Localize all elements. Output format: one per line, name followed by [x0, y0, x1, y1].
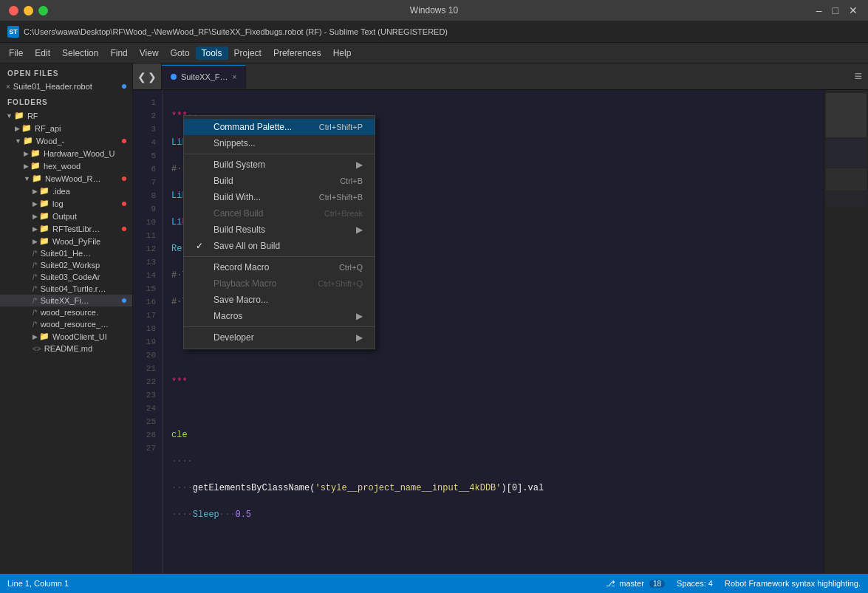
nav-forward[interactable]: ❯ — [148, 71, 157, 83]
git-icon: ⎇ — [606, 579, 615, 588]
nav-back[interactable]: ❮ — [137, 71, 146, 83]
menu-selection[interactable]: Selection — [56, 47, 104, 60]
win-close-icon[interactable]: ✕ — [846, 4, 861, 16]
menu-find[interactable]: Find — [104, 47, 133, 60]
folder-dot3 — [122, 202, 126, 206]
file-woodres1[interactable]: /* wood_resource. — [0, 306, 132, 318]
file-suite03[interactable]: /* Suite03_CodeAr — [0, 271, 132, 283]
file-dot — [122, 84, 126, 89]
file-readme[interactable]: <> README.md — [0, 343, 132, 354]
submenu-arrow-build-results: ▶ — [356, 224, 363, 235]
file-suite04[interactable]: /* Suite04_Turtle.r… — [0, 283, 132, 295]
menu-item-build-results[interactable]: Build Results ▶ — [184, 222, 375, 238]
macros-label: Macros — [213, 311, 242, 321]
path-bar: ST C:\Users\wawa\Desktop\RF\Wood_-\NewWo… — [0, 21, 868, 43]
menu-item-playback-macro[interactable]: Playback Macro Ctrl+Shift+Q — [184, 275, 375, 292]
main-layout: OPEN FILES × Suite01_Header.robot FOLDER… — [0, 64, 868, 574]
folder-output[interactable]: ▶ 📁 Output — [0, 210, 132, 222]
folder-log[interactable]: ▶ 📁 log — [0, 197, 132, 210]
window-title: Windows 10 — [410, 5, 458, 16]
menu-file[interactable]: File — [3, 47, 29, 60]
tab-modified-dot — [171, 74, 177, 80]
folder-woodpy[interactable]: ▶ 📁 Wood_PyFile — [0, 235, 132, 247]
menu-edit[interactable]: Edit — [29, 47, 56, 60]
menu-item-build-with[interactable]: Build With... Ctrl+Shift+B — [184, 189, 375, 205]
menu-item-record-macro[interactable]: Record Macro Ctrl+Q — [184, 259, 375, 275]
menu-tools[interactable]: Tools — [196, 47, 228, 60]
menu-item-macros[interactable]: Macros ▶ — [184, 308, 375, 324]
menu-item-command-palette[interactable]: Command Palette... Ctrl+Shift+P — [184, 119, 375, 135]
tab-suitexx[interactable]: SuiteXX_F… × — [162, 65, 246, 89]
file-dot-active — [122, 298, 126, 303]
playback-macro-label: Playback Macro — [213, 278, 276, 289]
file-suitexx[interactable]: /* SuiteXX_Fi… — [0, 295, 132, 306]
menu-bar: File Edit Selection Find View Goto Tools… — [0, 43, 868, 64]
build-system-label: Build System — [213, 160, 265, 170]
save-macro-label: Save Macro... — [213, 295, 268, 305]
minimize-button[interactable] — [24, 6, 33, 16]
command-palette-shortcut: Ctrl+Shift+P — [319, 123, 363, 131]
file-woodres2[interactable]: /* wood_resource_… — [0, 318, 132, 330]
win-restore-icon[interactable]: □ — [830, 4, 841, 16]
record-macro-shortcut: Ctrl+Q — [339, 263, 363, 272]
sidebar: OPEN FILES × Suite01_Header.robot FOLDER… — [0, 64, 133, 574]
status-syntax: Robot Framework syntax highlighting. — [725, 579, 861, 589]
open-files-section: OPEN FILES — [0, 64, 132, 80]
window-controls — [9, 6, 48, 16]
menu-project[interactable]: Project — [228, 47, 267, 60]
separator3 — [184, 326, 375, 327]
cancel-build-shortcut: Ctrl+Break — [324, 209, 363, 218]
title-bar: Windows 10 – □ ✕ — [0, 0, 868, 21]
menu-preferences[interactable]: Preferences — [267, 47, 327, 60]
cancel-build-label: Cancel Build — [213, 208, 263, 219]
maximize-button[interactable] — [38, 6, 48, 16]
menu-item-developer[interactable]: Developer ▶ — [184, 329, 375, 346]
menu-item-save-all-on-build[interactable]: ✓ Save All on Build — [184, 238, 375, 254]
tools-dropdown: Command Palette... Ctrl+Shift+P Snippets… — [183, 115, 375, 349]
folder-newwood[interactable]: ▼ 📁 NewWood_R… — [0, 172, 132, 185]
win-minimize-icon[interactable]: – — [813, 4, 825, 16]
submenu-arrow-developer: ▶ — [356, 332, 363, 343]
build-with-label: Build With... — [213, 192, 261, 202]
status-branch: ⎇ master 18 — [606, 579, 665, 589]
folder-rftest[interactable]: ▶ 📁 RFTestLibr… — [0, 222, 132, 235]
snippets-label: Snippets... — [213, 138, 256, 148]
build-results-label: Build Results — [213, 224, 265, 235]
menu-item-build-system[interactable]: Build System ▶ — [184, 157, 375, 173]
folder-dot — [122, 139, 126, 143]
line-numbers: 1 2 3 4 5 6 7 8 9 10 11 12 13 14 15 16 1… — [133, 90, 163, 574]
menu-item-snippets[interactable]: Snippets... — [184, 135, 375, 151]
folder-hex[interactable]: ▶ 📁 hex_wood — [0, 160, 132, 172]
tab-close-icon[interactable]: × — [233, 73, 237, 81]
folder-dot4 — [122, 227, 126, 231]
folder-rf[interactable]: ▼ 📁 RF — [0, 109, 132, 122]
save-all-label: Save All on Build — [213, 241, 280, 251]
menu-view[interactable]: View — [134, 47, 165, 60]
menu-goto[interactable]: Goto — [165, 47, 196, 60]
folder-dot2 — [122, 176, 126, 181]
folder-idea[interactable]: ▶ 📁 .idea — [0, 185, 132, 197]
open-file-suite01[interactable]: × Suite01_Header.robot — [0, 80, 132, 92]
close-button[interactable] — [9, 6, 18, 16]
menu-help[interactable]: Help — [327, 47, 358, 60]
folder-hardware[interactable]: ▶ 📁 Hardware_Wood_U — [0, 147, 132, 160]
folder-rf-api[interactable]: ▶ 📁 RF_api — [0, 122, 132, 134]
minimap-toggle[interactable]: ≡ — [848, 69, 868, 84]
separator2 — [184, 256, 375, 257]
build-label: Build — [213, 176, 233, 186]
status-bar: Line 1, Column 1 ⎇ master 18 Spaces: 4 R… — [0, 574, 868, 593]
status-position: Line 1, Column 1 — [7, 579, 69, 588]
command-palette-label: Command Palette... — [213, 122, 292, 132]
file-suite01[interactable]: /* Suite01_He… — [0, 247, 132, 259]
menu-item-cancel-build[interactable]: Cancel Build Ctrl+Break — [184, 205, 375, 222]
menu-item-save-macro[interactable]: Save Macro... — [184, 292, 375, 308]
submenu-arrow-macros: ▶ — [356, 311, 363, 321]
folder-wood[interactable]: ▼ 📁 Wood_- — [0, 134, 132, 147]
menu-item-build[interactable]: Build Ctrl+B — [184, 173, 375, 189]
record-macro-label: Record Macro — [213, 262, 269, 272]
file-suite02[interactable]: /* Suite02_Worksp — [0, 259, 132, 271]
folder-woodclient[interactable]: ▶ 📁 WoodClient_UI — [0, 330, 132, 343]
minimap — [824, 90, 868, 574]
win-right-controls: – □ ✕ — [813, 4, 861, 16]
submenu-arrow-build-system: ▶ — [356, 160, 363, 170]
